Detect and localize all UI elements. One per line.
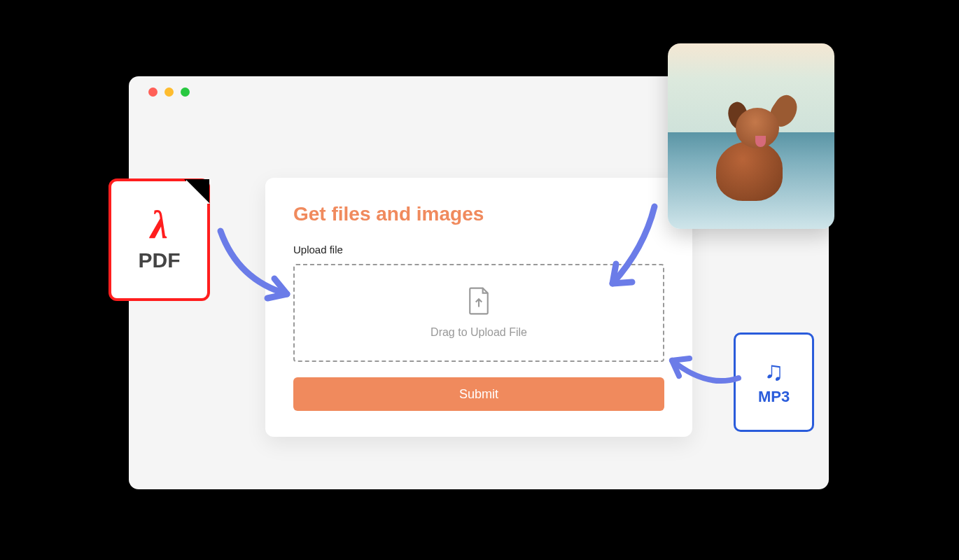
dog-icon [702, 99, 800, 208]
minimize-icon[interactable] [164, 88, 174, 97]
music-note-icon: ♫ [764, 356, 784, 386]
pdf-file-icon[interactable]: λ PDF [108, 178, 210, 301]
photo-thumbnail[interactable] [668, 43, 834, 229]
submit-button[interactable]: Submit [293, 377, 664, 411]
adobe-symbol-icon: λ [150, 202, 168, 247]
maximize-icon[interactable] [181, 88, 190, 97]
mp3-label: MP3 [758, 388, 790, 406]
upload-card: Get files and images Upload file Drag to… [265, 178, 692, 437]
dropzone-text: Drag to Upload File [430, 326, 527, 339]
card-title: Get files and images [293, 203, 664, 225]
upload-file-icon [467, 287, 491, 318]
file-dropzone[interactable]: Drag to Upload File [293, 264, 664, 362]
pdf-label: PDF [139, 248, 181, 272]
close-icon[interactable] [148, 88, 158, 97]
page-fold-icon [184, 179, 209, 204]
mp3-file-icon[interactable]: ♫ MP3 [734, 332, 814, 432]
upload-field-label: Upload file [293, 244, 664, 255]
